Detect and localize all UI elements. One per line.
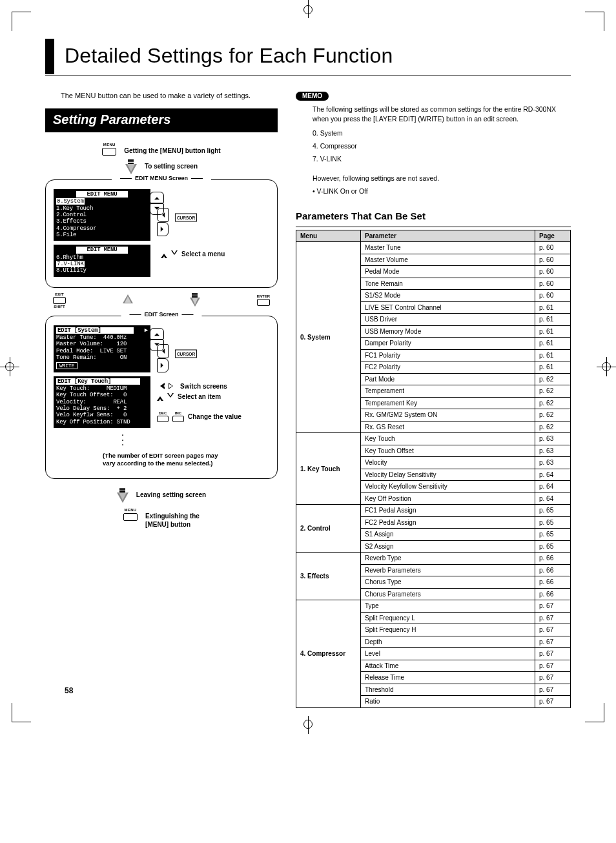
legend-text: Change the value xyxy=(188,413,241,420)
cell-parameter: Rx. GS Reset xyxy=(361,421,535,433)
arrow-down-icon xyxy=(117,488,128,504)
cell-page: p. 62 xyxy=(535,421,571,433)
cell-page: p. 61 xyxy=(535,361,571,374)
cell-page: p. 64 xyxy=(535,493,571,505)
lcd-screen: EDIT MENU 6.Rhythm 7.V-LINK 8.Utility xyxy=(54,245,150,276)
cell-parameter: Damper Polarity xyxy=(361,338,535,350)
cell-parameter: Split Frequency L xyxy=(361,612,535,624)
cell-parameter: Reverb Type xyxy=(361,553,535,565)
arrow-down-icon xyxy=(190,293,200,308)
cell-parameter: Level xyxy=(361,648,535,660)
cell-page: p. 61 xyxy=(535,338,571,350)
cell-parameter: Threshold xyxy=(361,684,535,696)
cell-parameter: FC2 Polarity xyxy=(361,361,535,374)
cell-parameter: FC2 Pedal Assign xyxy=(361,516,535,529)
cell-page: p. 60 xyxy=(535,278,571,290)
cell-parameter: Key Touch Offset xyxy=(361,445,535,457)
cell-parameter: Release Time xyxy=(361,672,535,684)
table-row: 1. Key TouchKey Touchp. 63 xyxy=(296,433,571,445)
lcd-screen: EDIT [Key Touch] Key Touch: MEDIUM Key T… xyxy=(54,376,150,428)
cell-parameter: Velocity Keyfollow Sensitivity xyxy=(361,481,535,493)
th-page: Page xyxy=(535,230,571,242)
cell-parameter: USB Driver xyxy=(361,314,535,326)
right-triangle-icon xyxy=(169,383,176,389)
cell-page: p. 66 xyxy=(535,588,571,600)
th-menu: Menu xyxy=(296,230,361,242)
down-triangle-icon xyxy=(171,250,178,258)
step-caption: Leaving setting screen xyxy=(136,487,206,499)
cell-page: p. 66 xyxy=(535,576,571,589)
cell-parameter: Ratio xyxy=(361,696,535,708)
cell-parameter: FC1 Polarity xyxy=(361,349,535,361)
page-title-text: Detailed Settings for Each Function xyxy=(65,39,393,74)
flow-note: (The number of EDIT screen pages may var… xyxy=(103,452,269,468)
cell-page: p. 61 xyxy=(535,301,571,314)
cell-parameter: Chorus Type xyxy=(361,576,535,589)
cell-parameter: S2 Assign xyxy=(361,540,535,553)
cell-page: p. 65 xyxy=(535,529,571,541)
cell-page: p. 63 xyxy=(535,433,571,445)
enter-button-icon: ENTER xyxy=(257,294,270,306)
cell-parameter: Pedal Mode xyxy=(361,266,535,278)
cell-parameter: FC1 Pedal Assign xyxy=(361,505,535,517)
edit-screen-box: EDIT Screen EDIT [System]▶ Master Tune: … xyxy=(45,316,278,479)
menu-button-icon: MENU xyxy=(123,508,138,521)
cell-page: p. 63 xyxy=(535,445,571,457)
cell-parameter: Depth xyxy=(361,636,535,648)
cell-page: p. 63 xyxy=(535,457,571,469)
cell-page: p. 67 xyxy=(535,648,571,660)
arrow-up-icon xyxy=(123,294,133,305)
cell-parameter: Split Frequency H xyxy=(361,624,535,636)
cell-parameter: Master Volume xyxy=(361,254,535,266)
crop-corner xyxy=(12,12,31,31)
crop-mark-left xyxy=(0,357,19,376)
cell-parameter: S1/S2 Mode xyxy=(361,290,535,302)
cell-page: p. 67 xyxy=(535,684,571,696)
cell-page: p. 60 xyxy=(535,242,571,254)
cell-page: p. 61 xyxy=(535,325,571,338)
crop-corner xyxy=(585,12,604,31)
cell-page: p. 66 xyxy=(535,553,571,565)
cell-parameter: S1 Assign xyxy=(361,529,535,541)
flow-diagram: MENU Getting the [MENU] button light To … xyxy=(45,139,278,529)
th-parameter: Parameter xyxy=(361,230,535,242)
params-table: Menu Parameter Page 0. SystemMaster Tune… xyxy=(296,230,571,708)
cell-parameter: Temperament xyxy=(361,385,535,398)
cell-page: p. 67 xyxy=(535,696,571,708)
cell-menu: 2. Control xyxy=(296,505,361,553)
cell-page: p. 62 xyxy=(535,385,571,398)
cell-parameter: LIVE SET Control Channel xyxy=(361,301,535,314)
page-title: Detailed Settings for Each Function xyxy=(45,39,571,74)
cell-page: p. 61 xyxy=(535,349,571,361)
cell-page: p. 67 xyxy=(535,636,571,648)
cursor-pad-icon: CURSOR xyxy=(157,328,215,380)
cell-page: p. 62 xyxy=(535,397,571,409)
cell-parameter: USB Memory Mode xyxy=(361,325,535,338)
cell-parameter: Key Touch xyxy=(361,433,535,445)
table-row: 2. ControlFC1 Pedal Assignp. 65 xyxy=(296,505,571,517)
cell-parameter: Velocity Delay Sensitivity xyxy=(361,469,535,481)
legend-text: Switch screens xyxy=(180,383,227,390)
cell-menu: 1. Key Touch xyxy=(296,433,361,505)
edit-menu-box: EDIT MENU Screen EDIT MENU 0.System 1.Ke… xyxy=(45,179,278,288)
up-triangle-icon xyxy=(157,393,163,401)
cell-parameter: Rx. GM/GM2 System ON xyxy=(361,409,535,421)
cursor-pad-icon: CURSOR xyxy=(157,192,215,243)
crop-corner xyxy=(12,703,31,722)
cell-page: p. 60 xyxy=(535,290,571,302)
params-heading: Parameters That Can Be Set xyxy=(296,210,571,221)
cell-page: p. 64 xyxy=(535,469,571,481)
lcd-screen: EDIT [System]▶ Master Tune: 440.0Hz Mast… xyxy=(54,325,150,372)
crop-mark-right xyxy=(597,357,616,376)
table-header-row: Menu Parameter Page xyxy=(296,230,571,242)
cell-page: p. 60 xyxy=(535,254,571,266)
legend-text: Select a menu xyxy=(181,250,225,258)
cell-page: p. 62 xyxy=(535,373,571,385)
dec-inc-icon: DEC INC xyxy=(157,411,184,422)
table-row: 4. CompressorTypep. 67 xyxy=(296,600,571,613)
cell-page: p. 67 xyxy=(535,600,571,613)
cell-parameter: Temperament Key xyxy=(361,397,535,409)
memo-not-saved: However, following settings are not save… xyxy=(313,174,571,183)
cell-page: p. 65 xyxy=(535,540,571,553)
table-row: 0. SystemMaster Tunep. 60 xyxy=(296,242,571,254)
